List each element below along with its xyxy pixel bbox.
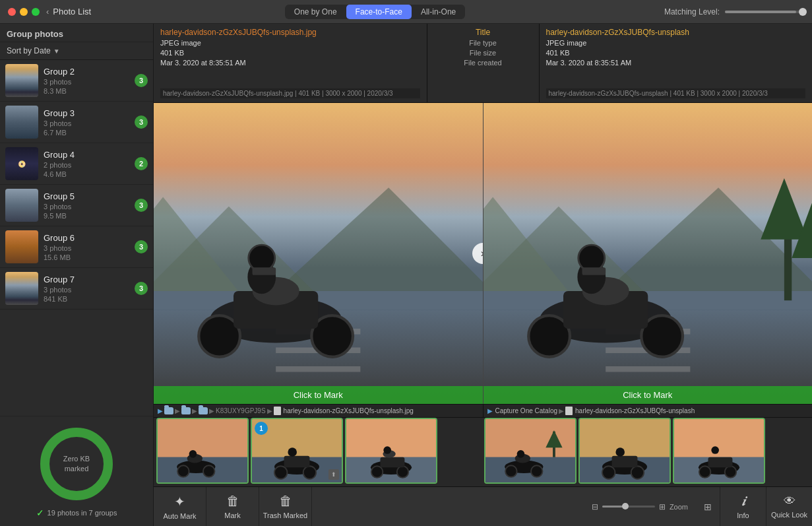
svg-point-42 <box>203 465 214 477</box>
grid-view-button[interactable]: ⊞ <box>696 495 720 519</box>
thumb-image <box>346 419 436 482</box>
trash-marked-button[interactable]: 🗑 Trash Marked <box>259 487 312 527</box>
fullscreen-button[interactable] <box>32 8 40 16</box>
path-sep: ▶ <box>192 407 197 414</box>
check-icon: ✓ <box>36 508 44 518</box>
filmstrip-thumb-1[interactable] <box>156 418 249 484</box>
thumb-image <box>158 419 247 482</box>
view-mode-all-in-one[interactable]: All-in-One <box>412 5 465 19</box>
right-filetype-value: JPEG image <box>546 39 587 47</box>
info-icon: 𝑖 <box>741 494 745 509</box>
left-filmstrip-path: ▶ ▶ ▶ ▶ K83UXY9GPJ9S ▶ harley-davidson-z… <box>154 405 484 417</box>
minimize-button[interactable] <box>20 8 28 16</box>
thumb-svg <box>346 419 436 482</box>
summary-text: 19 photos in 7 groups <box>47 509 117 517</box>
thumb-svg <box>674 419 764 482</box>
filmstrip-paths: ▶ ▶ ▶ ▶ K83UXY9GPJ9S ▶ harley-davidson-z… <box>154 405 812 418</box>
svg-point-75 <box>615 447 625 457</box>
svg-point-64 <box>531 465 542 477</box>
filmstrip-thumb-2[interactable]: 1 ⬆ <box>251 418 343 484</box>
content-area: harley-davidson-zGzXsJUBQfs-unsplash.jpg… <box>154 24 812 526</box>
zoom-control-area: ⊟ ⊞ Zoom <box>584 502 696 511</box>
zoom-out-icon[interactable]: ⊟ <box>592 502 598 511</box>
left-image-pane[interactable]: › Click to Mark <box>154 103 483 404</box>
path-sep: ▶ <box>175 407 180 414</box>
group-size: 15.6 MB <box>44 253 135 261</box>
comparison-right-header: harley-davidson-zGzXsJUBQfs-unsplash JPE… <box>540 24 813 102</box>
group-name: Group 6 <box>44 233 135 243</box>
left-filetype-value: JPEG image <box>160 39 201 47</box>
close-button[interactable] <box>8 8 16 16</box>
svg-point-44 <box>189 450 197 458</box>
bottom-toolbar: ✦ Auto Mark 🗑 Mark 🗑 Trash Marked ⊟ <box>154 486 812 526</box>
group-name: Group 2 <box>44 67 135 77</box>
svg-point-59 <box>383 446 391 454</box>
info-label: Info <box>737 511 749 519</box>
filmstrip-right-thumb-1[interactable] <box>484 418 577 484</box>
list-item[interactable]: Group 6 3 photos 15.6 MB 3 <box>0 226 153 268</box>
group-size: 4.6 MB <box>44 170 135 178</box>
svg-rect-76 <box>674 419 764 457</box>
group-badge: 3 <box>135 240 148 253</box>
right-click-to-mark[interactable]: Click to Mark <box>484 386 813 404</box>
path-sep: ▶ <box>559 407 564 414</box>
right-meta-bar: harley-davidson-zGzXsJUBQfs-unsplash | 4… <box>546 88 806 98</box>
left-path-filename: harley-davidson-zGzXsJUBQfs-unsplash.jpg <box>284 407 414 414</box>
right-image-svg <box>484 103 813 404</box>
thumb-image <box>485 419 575 482</box>
filmstrip-right-thumb-3[interactable] <box>673 418 765 484</box>
view-mode-face-to-face[interactable]: Face-to-Face <box>346 5 412 19</box>
path-triangle-right: ▶ <box>487 407 493 414</box>
path-sep: ▶ <box>209 407 214 414</box>
svg-rect-57 <box>380 457 404 468</box>
list-item[interactable]: Group 3 3 photos 6.7 MB 3 <box>0 102 153 143</box>
quick-look-button[interactable]: 👁 Quick Look <box>766 487 812 527</box>
right-filmstrip-path: ▶ Capture One Catalog ▶ harley-davidson-… <box>484 405 813 417</box>
group-thumbnail <box>5 189 38 222</box>
svg-rect-38 <box>158 419 247 457</box>
left-filesize-value: 401 KB <box>160 49 184 57</box>
svg-rect-17 <box>253 267 276 275</box>
filmstrip-badge-1: 1 <box>255 422 268 435</box>
sidebar: Group photos Sort by Date ▼ Group 2 3 ph… <box>0 24 154 526</box>
svg-rect-34 <box>784 235 791 301</box>
view-mode-one-by-one[interactable]: One by One <box>285 5 346 19</box>
image-comparison-area: › Click to Mark <box>154 103 812 404</box>
matching-level-slider[interactable] <box>725 11 804 13</box>
auto-mark-label: Auto Mark <box>163 512 196 520</box>
middle-filesize-label: File size <box>434 49 532 57</box>
back-button[interactable]: ‹ <box>46 7 49 16</box>
list-item[interactable]: Group 5 3 photos 9.5 MB 3 <box>0 185 153 226</box>
mark-label: Mark <box>224 511 240 519</box>
left-click-to-mark[interactable]: Click to Mark <box>154 386 483 404</box>
info-button[interactable]: 𝑖 Info <box>720 487 766 527</box>
filmstrip-right-thumb-2[interactable] <box>578 418 671 484</box>
svg-point-41 <box>177 465 189 477</box>
photos-summary: ✓ 19 photos in 7 groups <box>36 508 117 518</box>
svg-rect-9 <box>276 366 360 372</box>
auto-mark-button[interactable]: ✦ Auto Mark <box>154 487 206 527</box>
file-icon <box>565 407 573 415</box>
list-item[interactable]: Group 2 3 photos 8.3 MB 3 <box>0 60 153 102</box>
svg-point-51 <box>288 447 297 457</box>
zoom-in-icon[interactable]: ⊞ <box>659 502 666 511</box>
right-image-pane[interactable]: Click to Mark <box>484 103 813 404</box>
filmstrip-export-icon: ⬆ <box>328 469 339 480</box>
middle-filetype-label: File type <box>434 39 532 47</box>
group-thumbnail <box>5 230 38 263</box>
list-item[interactable]: Group 7 3 photos 841 KB 3 <box>0 268 153 310</box>
left-filecreated-value: Mar 3. 2020 at 8:35:51 AM <box>160 59 246 67</box>
app-title: Photo List <box>53 7 91 16</box>
mark-button[interactable]: 🗑 Mark <box>206 487 259 527</box>
svg-point-55 <box>371 466 383 477</box>
path-sep: ▶ <box>267 407 272 414</box>
group-badge: 3 <box>135 74 148 87</box>
list-item[interactable]: 📀 Group 4 2 photos 4.6 MB 2 <box>0 143 153 185</box>
group-name: Group 7 <box>44 275 135 284</box>
svg-rect-60 <box>485 419 575 457</box>
mark-icon: 🗑 <box>226 494 239 509</box>
filmstrip-thumb-3[interactable] <box>345 418 437 484</box>
zoom-slider[interactable] <box>602 506 655 508</box>
svg-rect-74 <box>612 456 638 467</box>
group-meta: 3 photos <box>44 203 135 211</box>
